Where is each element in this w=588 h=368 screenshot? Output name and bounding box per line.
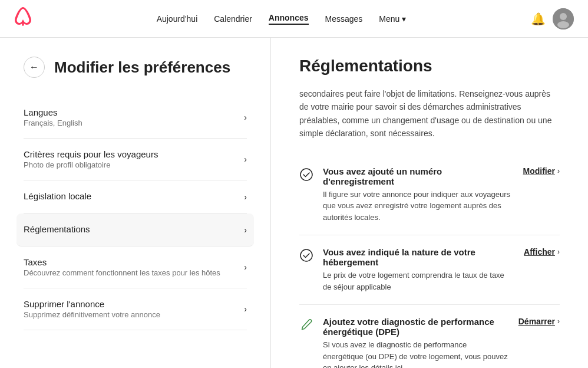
- chevron-right-icon: ›: [557, 248, 560, 256]
- svg-point-3: [300, 169, 312, 180]
- modifier-link[interactable]: Modifier: [523, 166, 555, 176]
- notification-bell-icon[interactable]: 🔔: [531, 12, 546, 26]
- reg-item-title: Vous avez ajouté un numéro d'enregistrem…: [323, 166, 514, 186]
- menu-item-reglementations[interactable]: Réglementations ›: [16, 213, 254, 247]
- chevron-right-icon: ›: [244, 262, 247, 272]
- nav-aujourdhui[interactable]: Aujourd'hui: [157, 14, 198, 24]
- menu-item-subtitle: Découvrez comment fonctionnent les taxes…: [24, 268, 220, 277]
- menu-item[interactable]: Critères requis pour les voyageurs Photo…: [24, 139, 247, 180]
- menu-item[interactable]: Législation locale ›: [24, 180, 247, 213]
- chevron-right-icon: ›: [557, 167, 560, 175]
- regulation-item: Vous avez ajouté un numéro d'enregistrem…: [299, 155, 560, 236]
- menu-item-title: Réglementations: [24, 224, 90, 234]
- pencil-icon: [299, 318, 313, 334]
- reg-item-desc: Il figure sur votre annonce pour indique…: [323, 189, 514, 224]
- check-circle-icon: [299, 167, 313, 182]
- chevron-down-icon: ▾: [402, 14, 406, 24]
- menu-item-subtitle: Photo de profil obligatoire: [24, 160, 158, 169]
- reg-item-title: Vous avez indiqué la nature de votre héb…: [323, 247, 514, 267]
- page-title: Modifier les préférences: [54, 58, 230, 77]
- check-circle-icon: [299, 248, 313, 262]
- main-layout: ← Modifier les préférences Langues Franç…: [0, 38, 588, 368]
- svg-point-4: [300, 249, 312, 261]
- nav-right: 🔔: [531, 8, 574, 29]
- menu-item[interactable]: Taxes Découvrez comment fonctionnent les…: [24, 247, 247, 288]
- nav-links: Aujourd'hui Calendrier Annonces Messages…: [157, 13, 407, 25]
- navigation: Aujourd'hui Calendrier Annonces Messages…: [0, 0, 588, 38]
- nav-calendrier[interactable]: Calendrier: [214, 14, 252, 24]
- menu-item[interactable]: Supprimer l'annonce Supprimez définitive…: [24, 288, 247, 330]
- chevron-right-icon: ›: [244, 304, 247, 314]
- nav-messages[interactable]: Messages: [325, 14, 363, 24]
- reg-item-desc: Le prix de votre logement comprendra le …: [323, 270, 514, 293]
- chevron-right-icon: ›: [244, 192, 247, 202]
- nav-menu[interactable]: Menu ▾: [379, 14, 406, 24]
- svg-point-2: [557, 21, 569, 28]
- menu-item[interactable]: Langues Français, English ›: [24, 97, 247, 139]
- nav-annonces[interactable]: Annonces: [269, 13, 309, 25]
- menu-item-title: Taxes: [24, 257, 220, 267]
- regulation-item: Ajoutez votre diagnostic de performance …: [299, 305, 560, 368]
- regulation-item: Vous avez indiqué la nature de votre héb…: [299, 235, 560, 305]
- right-panel-title: Réglementations: [299, 57, 560, 75]
- demarrer-link[interactable]: Démarrer: [518, 317, 555, 326]
- airbnb-logo[interactable]: [14, 7, 32, 30]
- menu-item-subtitle: Supprimez définitivement votre annonce: [24, 310, 160, 319]
- back-button[interactable]: ←: [24, 57, 45, 78]
- user-avatar[interactable]: [553, 8, 574, 29]
- afficher-link[interactable]: Afficher: [524, 247, 555, 257]
- chevron-right-icon: ›: [244, 113, 247, 122]
- intro-text: secondaires peut faire l'objet de limita…: [299, 87, 560, 140]
- reg-item-action: Modifier ›: [523, 166, 560, 176]
- left-panel: ← Modifier les préférences Langues Franç…: [0, 38, 271, 368]
- menu-item-title: Critères requis pour les voyageurs: [24, 149, 158, 159]
- chevron-right-icon: ›: [557, 317, 560, 326]
- right-panel: Réglementations secondaires peut faire l…: [271, 38, 588, 368]
- svg-point-1: [560, 13, 567, 20]
- reg-item-action: Afficher ›: [524, 247, 560, 257]
- chevron-right-icon: ›: [244, 225, 247, 235]
- left-header: ← Modifier les préférences: [24, 57, 247, 78]
- menu-item-title: Langues: [24, 107, 82, 117]
- reg-item-action: Démarrer ›: [518, 317, 560, 326]
- menu-item-title: Supprimer l'annonce: [24, 299, 160, 309]
- reg-item-desc: Si vous avez le diagnostic de performanc…: [323, 339, 509, 368]
- menu-item-subtitle: Français, English: [24, 119, 82, 127]
- chevron-right-icon: ›: [244, 155, 247, 164]
- reg-item-title: Ajoutez votre diagnostic de performance …: [323, 317, 509, 337]
- menu-item-title: Législation locale: [24, 191, 91, 201]
